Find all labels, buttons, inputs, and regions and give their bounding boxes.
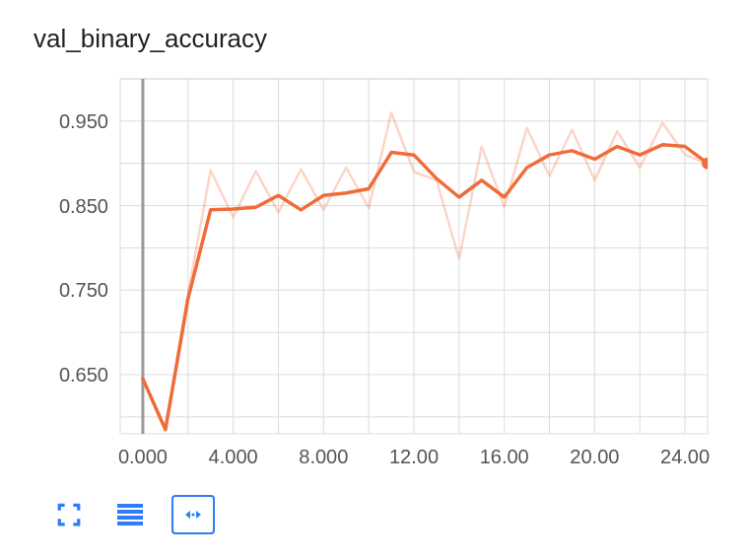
- y-tick-label: 0.650: [59, 364, 108, 385]
- chart-area[interactable]: 0.6500.7500.8500.9500.0004.0008.00012.00…: [49, 69, 719, 483]
- series-smoothed: [143, 145, 708, 430]
- x-tick-label: 16.00: [480, 446, 529, 467]
- lines-icon: [115, 502, 145, 527]
- x-tick-label: 12.00: [389, 446, 439, 467]
- svg-rect-27: [117, 516, 143, 520]
- y-tick-label: 0.750: [59, 279, 108, 301]
- series-raw: [143, 112, 708, 429]
- x-tick-label: 24.00: [660, 446, 710, 467]
- x-tick-label: 4.000: [209, 446, 258, 467]
- svg-point-31: [191, 513, 194, 516]
- fullscreen-icon: [56, 502, 82, 527]
- chart-svg: 0.6500.7500.8500.9500.0004.0008.00012.00…: [49, 69, 719, 483]
- lines-button[interactable]: [110, 497, 150, 532]
- pan-icon: [180, 504, 206, 525]
- pan-button[interactable]: [171, 495, 215, 534]
- x-tick-label: 20.00: [570, 446, 619, 467]
- y-tick-label: 0.850: [59, 195, 108, 217]
- svg-marker-29: [185, 511, 190, 519]
- svg-rect-25: [117, 504, 143, 508]
- x-tick-label: 8.000: [299, 446, 348, 467]
- x-tick-label: 0.000: [118, 446, 168, 467]
- series-end-marker: [702, 158, 714, 170]
- svg-rect-28: [117, 522, 143, 525]
- fullscreen-button[interactable]: [49, 497, 89, 532]
- y-tick-label: 0.950: [59, 110, 108, 132]
- svg-marker-30: [196, 511, 201, 519]
- svg-rect-26: [117, 510, 143, 514]
- chart-toolbar: [49, 495, 215, 534]
- page-title: val_binary_accuracy: [34, 24, 267, 54]
